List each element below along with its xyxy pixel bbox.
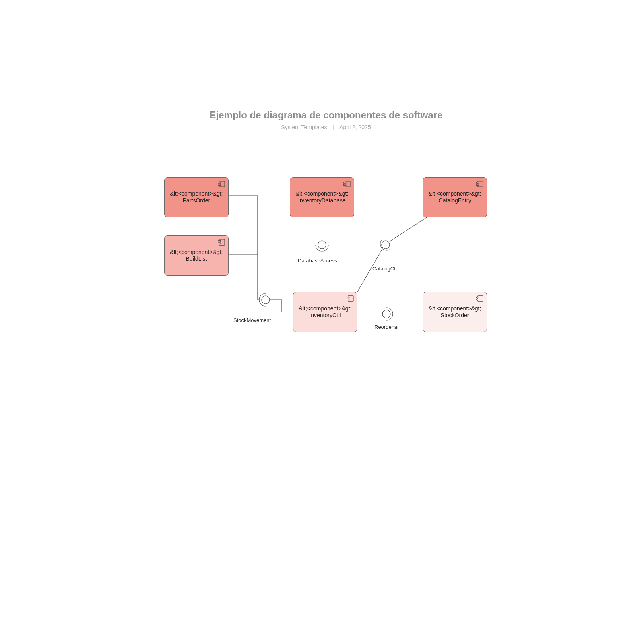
svg-rect-11 bbox=[344, 182, 346, 184]
component-icon bbox=[476, 295, 483, 302]
component-icon bbox=[218, 181, 225, 187]
svg-rect-6 bbox=[218, 184, 221, 186]
separator: | bbox=[332, 124, 334, 130]
interface-database-access: DatabaseAccess bbox=[298, 258, 337, 264]
diagram-canvas: Ejemplo de diagrama de componentes de so… bbox=[0, 0, 644, 644]
component-name: InventoryCtrl bbox=[309, 312, 341, 319]
svg-rect-16 bbox=[348, 296, 353, 301]
component-icon bbox=[343, 181, 351, 187]
date-label: April 2, 2025 bbox=[339, 124, 371, 130]
stereotype-label: &lt;<component>&gt; bbox=[296, 190, 349, 198]
interface-catalog-ctrl: CatalogCtrl bbox=[372, 266, 398, 272]
component-name: PartsOrder bbox=[183, 197, 210, 204]
component-name: CatalogEntry bbox=[439, 197, 471, 204]
title-rule bbox=[197, 107, 455, 107]
svg-rect-5 bbox=[218, 182, 221, 184]
svg-point-3 bbox=[382, 310, 390, 318]
component-inventory-ctrl[interactable]: &lt;<component>&gt; InventoryCtrl bbox=[293, 292, 357, 332]
interface-reorder: Reordenar bbox=[374, 324, 399, 330]
svg-rect-13 bbox=[478, 181, 483, 187]
component-inventory-database[interactable]: &lt;<component>&gt; InventoryDatabase bbox=[290, 177, 354, 217]
svg-rect-21 bbox=[477, 299, 479, 300]
component-name: BuildList bbox=[186, 256, 207, 263]
stereotype-label: &lt;<component>&gt; bbox=[170, 249, 223, 256]
interface-stock-movement: StockMovement bbox=[233, 317, 271, 323]
author-label: System Templates bbox=[281, 124, 327, 130]
component-catalog-entry[interactable]: &lt;<component>&gt; CatalogEntry bbox=[423, 177, 487, 217]
svg-rect-7 bbox=[219, 239, 225, 245]
diagram-title: Ejemplo de diagrama de componentes de so… bbox=[197, 109, 455, 121]
svg-rect-20 bbox=[477, 297, 479, 298]
svg-rect-10 bbox=[345, 181, 350, 187]
svg-rect-15 bbox=[477, 184, 479, 186]
svg-rect-8 bbox=[218, 241, 221, 242]
svg-rect-17 bbox=[347, 297, 349, 298]
svg-point-1 bbox=[318, 241, 326, 249]
component-parts-order[interactable]: &lt;<component>&gt; PartsOrder bbox=[164, 177, 229, 217]
svg-rect-14 bbox=[477, 182, 479, 184]
component-build-list[interactable]: &lt;<component>&gt; BuildList bbox=[164, 235, 229, 276]
svg-rect-12 bbox=[344, 184, 346, 186]
component-name: StockOrder bbox=[441, 312, 469, 319]
svg-rect-18 bbox=[347, 299, 349, 300]
svg-rect-4 bbox=[219, 181, 225, 187]
svg-rect-19 bbox=[478, 296, 483, 301]
component-name: InventoryDatabase bbox=[298, 197, 346, 204]
diagram-subtitle: System Templates | April 2, 2025 bbox=[197, 124, 455, 130]
svg-point-2 bbox=[382, 241, 390, 249]
stereotype-label: &lt;<component>&gt; bbox=[429, 305, 481, 312]
component-icon bbox=[347, 295, 354, 302]
component-icon bbox=[218, 239, 225, 246]
title-block: Ejemplo de diagrama de componentes de so… bbox=[197, 107, 455, 130]
component-icon bbox=[476, 181, 483, 187]
svg-rect-9 bbox=[218, 243, 221, 244]
stereotype-label: &lt;<component>&gt; bbox=[299, 305, 352, 312]
stereotype-label: &lt;<component>&gt; bbox=[170, 190, 223, 198]
svg-point-0 bbox=[262, 296, 270, 304]
stereotype-label: &lt;<component>&gt; bbox=[429, 190, 481, 198]
component-stock-order[interactable]: &lt;<component>&gt; StockOrder bbox=[423, 292, 487, 332]
